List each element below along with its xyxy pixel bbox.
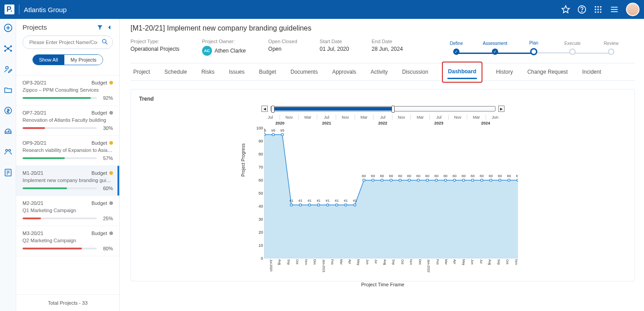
svg-point-66	[499, 179, 501, 181]
svg-point-51	[362, 179, 365, 181]
collapse-icon[interactable]	[107, 24, 113, 31]
search-input[interactable]	[23, 36, 113, 49]
scrub-prev-button[interactable]: ◀	[261, 106, 268, 112]
svg-point-46	[317, 204, 320, 206]
svg-point-54	[390, 179, 392, 181]
meta-type-value: Operational Projects	[131, 46, 180, 52]
stage-review[interactable]: Review	[592, 41, 630, 55]
y-tick: 10	[258, 243, 263, 248]
tab-highlight: Dashboard	[442, 62, 483, 83]
svg-text:41: 41	[352, 199, 356, 203]
svg-text:60: 60	[434, 174, 438, 178]
tab-risks[interactable]: Risks	[200, 66, 215, 78]
report-icon[interactable]	[4, 168, 13, 177]
apps-grid-icon[interactable]	[594, 5, 603, 14]
tab-schedule[interactable]: Schedule	[163, 66, 188, 78]
timeline-month: Mar	[410, 115, 429, 120]
tab-incident[interactable]: Incident	[581, 66, 602, 78]
scrub-handle-end[interactable]	[392, 106, 395, 113]
tab-issues[interactable]: Issues	[228, 66, 246, 78]
project-item[interactable]: OP3-20/21 Budget Zippco – PPM Consulting…	[16, 76, 119, 106]
menu-icon[interactable]	[610, 5, 619, 14]
project-code: OP3-20/21	[23, 80, 46, 85]
budget-label: Budget	[91, 140, 107, 146]
globe-dollar-icon[interactable]	[4, 106, 13, 115]
nav-rail	[0, 19, 16, 311]
user-edit-icon[interactable]	[4, 65, 13, 74]
svg-point-42	[281, 133, 283, 136]
timeline-month: Mar	[298, 115, 317, 120]
scrub-track[interactable]	[270, 106, 495, 111]
add-icon[interactable]	[4, 23, 13, 32]
stage-plan[interactable]: Plan	[514, 40, 553, 55]
svg-point-57	[417, 179, 419, 181]
svg-point-62	[462, 179, 464, 181]
svg-text:41: 41	[325, 199, 329, 203]
toggle-show-all[interactable]: Show All	[33, 55, 64, 65]
svg-point-2	[581, 11, 582, 12]
project-item[interactable]: OP7-20/21 Budget Renovation of Atlantis …	[16, 106, 119, 136]
status-dot	[109, 231, 113, 235]
tab-activity[interactable]: Activity	[370, 66, 389, 78]
toggle-my-projects[interactable]: My Projects	[64, 55, 103, 65]
tab-project[interactable]: Project	[132, 66, 151, 78]
timeline-scrubber[interactable]: ◀ ▶	[261, 106, 504, 112]
avatar[interactable]	[626, 3, 639, 16]
dashboard-icon[interactable]	[4, 127, 13, 136]
project-item[interactable]: M1-20/21 Budget Implement new company br…	[16, 166, 119, 196]
svg-line-37	[106, 43, 108, 44]
svg-point-50	[353, 204, 356, 206]
tab-approvals[interactable]: Approvals	[331, 66, 357, 78]
star-icon[interactable]	[561, 5, 570, 14]
filter-icon[interactable]	[97, 24, 103, 31]
trend-panel: Trend ◀ ▶ JulNovMarJulNovMarJulNovMarJul…	[131, 89, 635, 281]
project-scope-toggle[interactable]: Show All My Projects	[32, 54, 104, 65]
tab-dashboard[interactable]: Dashboard	[447, 66, 477, 77]
tab-change-request[interactable]: Change Request	[527, 66, 569, 78]
svg-text:60: 60	[489, 174, 493, 178]
stage-execute[interactable]: Execute	[553, 41, 592, 55]
svg-point-47	[326, 204, 329, 206]
svg-point-7	[597, 9, 599, 10]
owner-avatar-chip[interactable]: AC	[202, 46, 212, 56]
project-list[interactable]: OP3-20/21 Budget Zippco – PPM Consulting…	[16, 75, 119, 294]
scrub-handle-start[interactable]	[271, 106, 275, 113]
project-item[interactable]: M3-20/21 Budget Q2 Marketing Campaign 80…	[16, 226, 119, 256]
team-icon[interactable]	[4, 147, 13, 156]
budget-label: Budget	[91, 110, 107, 116]
svg-point-56	[408, 179, 410, 181]
tab-history[interactable]: History	[495, 66, 513, 78]
timeline-year: 2021	[299, 121, 355, 125]
network-icon[interactable]	[4, 44, 13, 53]
svg-point-44	[299, 204, 301, 206]
project-item[interactable]: OP9-20/21 Budget Research viability of E…	[16, 136, 119, 166]
svg-point-9	[595, 11, 596, 13]
project-code: M2-20/21	[23, 200, 43, 206]
stage-label: Assessment	[483, 41, 507, 46]
help-icon[interactable]	[577, 5, 586, 14]
meta-type-label: Project Type:	[131, 39, 180, 44]
stage-define[interactable]: Define ✓	[437, 41, 476, 55]
stage-label: Define	[450, 41, 463, 46]
svg-text:60: 60	[470, 174, 474, 178]
tab-discussion[interactable]: Discussion	[401, 66, 429, 78]
svg-point-3	[595, 6, 596, 8]
svg-point-60	[444, 179, 446, 181]
svg-text:95: 95	[280, 129, 284, 133]
budget-label: Budget	[91, 231, 107, 236]
tab-budget[interactable]: Budget	[258, 66, 277, 78]
brand-logo[interactable]: P.	[5, 4, 14, 14]
project-item[interactable]: M2-20/21 Budget Q1 Marketing Campaign 25…	[16, 196, 119, 226]
stage-dot: ✓	[453, 49, 459, 55]
y-tick: 100	[256, 126, 263, 130]
folder-icon[interactable]	[4, 85, 13, 94]
stage-assessment[interactable]: Assessment ✓	[476, 41, 514, 55]
timeline-months: JulNovMarJulNovMarJulNovMarJulNovMarJun	[261, 115, 504, 120]
x-tick: Jan-2022	[422, 258, 430, 276]
stage-label: Plan	[529, 40, 538, 45]
budget-label: Budget	[91, 170, 107, 176]
scrub-next-button[interactable]: ▶	[498, 106, 504, 112]
tab-documents[interactable]: Documents	[289, 66, 319, 78]
sidebar: Projects Show All My Projects OP3-20/21 …	[16, 19, 120, 311]
search-icon[interactable]	[101, 38, 108, 45]
